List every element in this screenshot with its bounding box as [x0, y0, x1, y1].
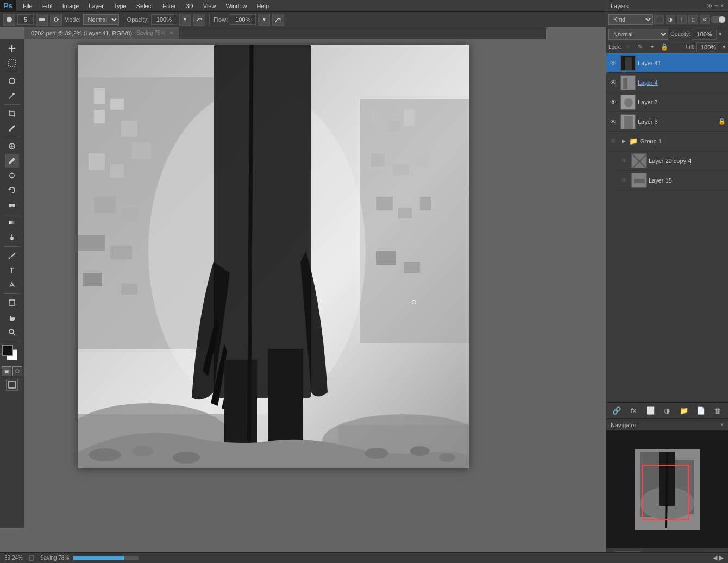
quick-mask-button[interactable]: ⬡	[12, 366, 22, 376]
eyedropper-tool[interactable]	[5, 121, 19, 135]
fill-input[interactable]: 100%	[696, 42, 720, 52]
menu-filter[interactable]: Filter	[158, 2, 180, 10]
canvas-area[interactable]	[24, 39, 522, 528]
opacity-input[interactable]: 100%	[693, 29, 717, 40]
shape-tool[interactable]	[5, 296, 19, 310]
lasso-tool[interactable]	[5, 74, 19, 88]
always-use-pressure-flow[interactable]	[272, 14, 284, 26]
menu-type[interactable]: Type	[109, 2, 131, 10]
layer-row-41[interactable]: 👁 Layer 41	[606, 53, 728, 73]
flow-arrow[interactable]: ▾	[258, 14, 270, 26]
document-tab[interactable]: 0702.psd @ 39,2% (Layer 41, RGB/8) Savin…	[24, 27, 180, 39]
heal-tool[interactable]	[5, 139, 19, 153]
path-selection-tool[interactable]	[5, 278, 19, 292]
crop-tool[interactable]	[5, 107, 19, 121]
layer-visibility-6[interactable]: 👁	[608, 117, 618, 127]
svg-point-12	[10, 173, 14, 178]
screen-mode-button[interactable]	[6, 379, 18, 391]
status-zoom-icon[interactable]	[27, 554, 36, 562]
layer-visibility-41[interactable]: 👁	[608, 58, 618, 68]
layer-row-group1[interactable]: 👁 ▶ 📁 Group 1	[606, 132, 728, 151]
brush-preset-picker[interactable]	[3, 14, 15, 26]
brush-size-icon[interactable]	[36, 14, 48, 26]
menu-layer[interactable]: Layer	[84, 2, 108, 10]
menu-select[interactable]: Select	[132, 2, 158, 10]
layer-visibility-group1[interactable]: 👁	[608, 136, 618, 146]
svg-point-22	[9, 329, 14, 334]
eraser-tool[interactable]	[5, 198, 19, 212]
gradient-tool[interactable]	[5, 216, 19, 230]
hand-tool[interactable]	[5, 310, 19, 324]
layers-minimize-icon[interactable]: ─	[714, 3, 718, 9]
filter-smartobj-icon[interactable]: ⚙	[700, 15, 710, 24]
menu-window[interactable]: Window	[221, 2, 251, 10]
fill-dropdown-arrow[interactable]: ▾	[723, 43, 726, 51]
tab-close-button[interactable]: ×	[170, 30, 173, 36]
menu-file[interactable]: File	[18, 2, 37, 10]
canvas-document[interactable]	[78, 45, 469, 468]
new-layer-icon[interactable]: 📄	[695, 405, 706, 416]
layer-visibility-7[interactable]: 👁	[608, 97, 618, 107]
navigator-close-icon[interactable]: ×	[720, 422, 724, 428]
layers-expand-icon[interactable]: ≫	[707, 3, 712, 9]
menu-view[interactable]: View	[199, 2, 221, 10]
foreground-color-swatch[interactable]	[2, 345, 13, 356]
layer-row-20c4[interactable]: 👁 Layer 20 copy 4	[617, 151, 728, 171]
layer-row-4[interactable]: 👁 Layer 4	[606, 73, 728, 92]
link-layers-icon[interactable]: 🔗	[611, 405, 622, 416]
lock-transparent-icon[interactable]: ◾	[624, 42, 633, 52]
menu-3d[interactable]: 3D	[181, 2, 198, 10]
menu-edit[interactable]: Edit	[38, 2, 57, 10]
filter-adjustment-icon[interactable]: ◑	[666, 15, 675, 24]
always-use-pressure-opacity[interactable]	[193, 14, 205, 26]
add-mask-icon[interactable]: ⬜	[645, 405, 656, 416]
lock-image-icon[interactable]: ✎	[636, 42, 645, 52]
text-tool[interactable]: T	[5, 263, 19, 277]
status-bar: 39,24% Saving 78% ◀ ▶	[0, 552, 728, 563]
layer-visibility-4[interactable]: 👁	[608, 78, 618, 87]
add-layer-style-icon[interactable]: fx	[628, 405, 639, 416]
menu-help[interactable]: Help	[253, 2, 274, 10]
filter-shape-icon[interactable]: ◻	[688, 15, 698, 24]
blend-mode-dropdown[interactable]: Normal	[83, 14, 119, 25]
lock-all-icon[interactable]: 🔒	[660, 42, 669, 52]
status-arrow-left[interactable]: ◀	[713, 554, 717, 561]
zoom-tool[interactable]	[5, 325, 19, 339]
navigator-image-bg	[635, 449, 700, 530]
brush-tool[interactable]	[5, 154, 19, 168]
filter-toggle-switch[interactable]	[711, 16, 726, 23]
menu-image[interactable]: Image	[58, 2, 84, 10]
toggle-airbrush[interactable]	[50, 14, 62, 26]
layer-row-6[interactable]: 👁 Layer 6 🔒	[606, 112, 728, 132]
group-expand-triangle[interactable]: ▶	[620, 138, 627, 145]
opacity-arrow[interactable]: ▾	[179, 14, 191, 26]
layer-row-7[interactable]: 👁 Layer 7	[606, 92, 728, 112]
dodge-tool[interactable]	[5, 230, 19, 245]
flow-input[interactable]: 100%	[230, 14, 256, 25]
standard-mode-button[interactable]: ▣	[2, 366, 11, 376]
opacity-input[interactable]: 100%	[151, 14, 177, 25]
navigator-thumbnail[interactable]	[606, 431, 728, 548]
filter-type-icon[interactable]: T	[677, 15, 687, 24]
opacity-dropdown-arrow[interactable]: ▾	[719, 30, 722, 37]
move-tool[interactable]	[5, 41, 19, 55]
layer-visibility-20c4[interactable]: 👁	[619, 156, 629, 166]
marquee-tool[interactable]	[5, 56, 19, 70]
new-group-icon[interactable]: 📁	[679, 405, 689, 416]
layer-row-15[interactable]: 👁 Layer 15	[617, 171, 728, 190]
brush-size-input[interactable]: 5	[17, 14, 34, 25]
lock-position-icon[interactable]: ✦	[648, 42, 657, 52]
layer-visibility-15[interactable]: 👁	[619, 176, 629, 185]
delete-layer-icon[interactable]: 🗑	[712, 405, 723, 416]
tool-separator-5	[4, 246, 20, 247]
new-adjustment-layer-icon[interactable]: ◑	[662, 405, 673, 416]
layers-blend-dropdown[interactable]: Normal	[608, 29, 668, 40]
history-brush-tool[interactable]	[5, 183, 19, 197]
wand-tool[interactable]	[5, 89, 19, 103]
filter-pixel-icon[interactable]: ⬛	[654, 15, 664, 24]
status-arrow-right[interactable]: ▶	[719, 554, 724, 561]
layers-close-icon[interactable]: ×	[720, 3, 724, 9]
pen-tool[interactable]	[5, 248, 19, 262]
layers-filter-dropdown[interactable]: Kind	[608, 14, 653, 25]
clone-stamp-tool[interactable]	[5, 168, 19, 183]
